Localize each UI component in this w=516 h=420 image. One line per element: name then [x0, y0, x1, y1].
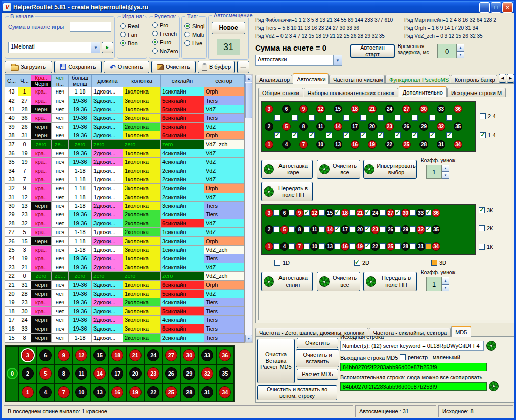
table-row[interactable]: 4128чернчет19-363дюжи...1колонка5сиклайн…	[5, 105, 244, 114]
grid-number-18[interactable]: 18	[351, 105, 359, 113]
grid-number-1[interactable]: 1	[265, 242, 273, 251]
grid-number-29[interactable]: 29	[419, 122, 428, 131]
md5-clear-paste-button[interactable]: Очистить и вставить	[296, 349, 339, 367]
bet-checkbox[interactable]	[334, 226, 340, 232]
bottom-tabs[interactable]: Частота - Zero, шансы, дюжины, колонкиЧа…	[255, 326, 514, 337]
autobet-split-button[interactable]: Автоставка сплит	[261, 272, 313, 291]
bet-checkbox[interactable]	[349, 243, 355, 249]
bet-checkbox[interactable]	[380, 226, 386, 232]
table-row[interactable]: 3831черннеч19-363дюжи...1колонка6сиклайн…	[5, 131, 244, 140]
clear-button[interactable]: Очистить	[151, 61, 196, 73]
grid-number-1[interactable]: 1	[265, 140, 273, 149]
invert-button[interactable]: Инвертировать выбор	[363, 160, 417, 179]
table-row[interactable]: 1830кра..чет19-363дюжи...3колонка5сиклай…	[5, 307, 244, 315]
bet-checkbox[interactable]	[349, 226, 355, 232]
board-cell-11[interactable]: 11	[73, 364, 91, 383]
grid-number-29[interactable]: 29	[401, 225, 410, 234]
grid-number-15[interactable]: 15	[325, 209, 334, 217]
table-row[interactable]: 329кра..неч1-181дюжи...3колонка2сиклайнO…	[5, 184, 244, 193]
grid-number-5[interactable]: 5	[282, 122, 291, 131]
bet-checkbox[interactable]	[304, 243, 310, 249]
grid-number-36[interactable]: 36	[454, 105, 462, 113]
bet-checkbox[interactable]	[289, 243, 295, 249]
board-cell-1[interactable]: 1	[19, 383, 37, 401]
bet-checkbox[interactable]	[273, 243, 279, 249]
table-row[interactable]: 2615черннеч1-182дюжи...3колонка3сиклайнO…	[5, 237, 244, 245]
tab-Анализатор[interactable]: Анализатор	[255, 75, 292, 84]
tab-Наборы пользовательских ставок[interactable]: Наборы пользовательских ставок	[304, 88, 398, 97]
delay-spinner[interactable]: 0 ▲▼	[437, 44, 464, 58]
board-cell-21[interactable]: 21	[126, 346, 145, 364]
grid-number-34[interactable]: 34	[454, 140, 462, 149]
board-cell-4[interactable]: 4	[37, 383, 55, 401]
table-row[interactable]: 275кра..неч1-181дюжи...2колонка1сиклайнV…	[5, 228, 244, 237]
board-cell-28[interactable]: 28	[180, 383, 199, 401]
coef-spinner-kare[interactable]: 1 ▲▼	[426, 165, 449, 179]
board-cell-34[interactable]: 34	[216, 383, 234, 401]
bet-checkbox[interactable]	[364, 210, 370, 216]
kare-grid[interactable]: 3691215182124273033362581114172023262932…	[261, 101, 476, 152]
scrollbar-thumb[interactable]	[245, 83, 252, 118]
autobet-kare-button[interactable]: Автоставка каре	[261, 160, 313, 179]
grid-number-35[interactable]: 35	[454, 122, 462, 131]
grid-number-2[interactable]: 2	[265, 122, 273, 131]
board-cell-10[interactable]: 10	[73, 383, 91, 401]
bet-checkbox[interactable]	[273, 226, 279, 232]
radio-nozero[interactable]: NoZero	[152, 46, 178, 55]
col-black[interactable]: Черн	[31, 81, 51, 87]
bet-checkbox[interactable]	[395, 132, 401, 138]
bet-checkbox[interactable]	[326, 115, 332, 121]
bet-checkbox[interactable]	[304, 210, 310, 216]
radio-pro[interactable]: Pro	[152, 21, 178, 29]
table-row[interactable]: 3619кра..неч19-362дюжи...1колонка4сиклай…	[5, 149, 244, 158]
table-header[interactable]: С... Ч... Кра.. Черн чет н... больш менш…	[5, 74, 245, 87]
table-row[interactable]: 1633черннеч19-363дюжи...3колонка6сиклайн…	[5, 324, 244, 333]
col-parity[interactable]: чет н...	[52, 75, 69, 87]
chevron-down-icon[interactable]: ▼	[333, 55, 342, 65]
scroll-up-icon[interactable]: ▲	[245, 75, 252, 82]
table-row[interactable]: 2832кра..чет19-363дюжи...2колонка6сиклай…	[5, 219, 244, 228]
table-row[interactable]: 220zeroze...zerozerozerozeroVdZ_zch	[5, 272, 244, 281]
spin-down-icon[interactable]: ▼	[457, 51, 464, 58]
table-row[interactable]: 2923кра..неч19-362дюжи...2колонка4сиклай…	[5, 210, 244, 219]
bet-checkbox[interactable]	[395, 115, 401, 121]
grid-number-18[interactable]: 18	[341, 209, 349, 217]
col-dozen[interactable]: дюжина	[92, 75, 123, 87]
bet-checkbox[interactable]	[309, 115, 315, 121]
grid-number-26[interactable]: 26	[386, 225, 395, 234]
tab-Общие ставки[interactable]: Общие ставки	[258, 88, 303, 97]
radio-french[interactable]: French	[152, 29, 178, 38]
table-row[interactable]: 3013черннеч1-182дюжи...1колонка3сиклайнT…	[5, 202, 244, 210]
radio-real[interactable]: Real	[120, 22, 139, 30]
table-row[interactable]: 431кра..неч1-181дюжи...1колонка1сиклайнO…	[5, 87, 244, 96]
grid-number-3[interactable]: 3	[265, 105, 273, 113]
bet-checkbox[interactable]	[395, 210, 401, 216]
bet-checkbox[interactable]	[343, 132, 349, 138]
grid-number-23[interactable]: 23	[371, 225, 380, 234]
grid-number-10[interactable]: 10	[310, 242, 319, 251]
grid-number-6[interactable]: 6	[280, 209, 289, 217]
checkbox-box[interactable]	[354, 260, 360, 266]
bet-checkbox[interactable]	[360, 132, 366, 138]
grid-number-10[interactable]: 10	[316, 140, 325, 149]
board-cell-7[interactable]: 7	[55, 383, 73, 401]
grid-number-8[interactable]: 8	[299, 122, 308, 131]
col-red[interactable]: Кра..	[31, 75, 51, 81]
grid-number-3[interactable]: 3	[265, 209, 273, 217]
sub-tabs[interactable]: Общие ставкиНаборы пользовательских став…	[258, 86, 511, 97]
grid-number-15[interactable]: 15	[334, 105, 342, 113]
grid-number-20[interactable]: 20	[356, 225, 364, 234]
col-column[interactable]: колонка	[123, 75, 161, 87]
grid-number-13[interactable]: 13	[334, 140, 342, 149]
spin-down-icon[interactable]: ▼	[442, 172, 449, 179]
close-button[interactable]: ×	[502, 2, 513, 13]
bet-checkbox[interactable]	[395, 226, 401, 232]
bet-checkbox[interactable]	[425, 243, 431, 249]
table-row[interactable]: 4227кра..неч19-363дюжи...3колонка5сиклай…	[5, 96, 244, 105]
grid-number-11[interactable]: 11	[310, 225, 319, 234]
board-cell-29[interactable]: 29	[180, 364, 199, 383]
checkbox-1-4[interactable]: 1-4	[480, 132, 496, 138]
spin-up-icon[interactable]: ▲	[442, 277, 449, 284]
checkbox-box[interactable]	[400, 354, 406, 360]
checkbox-2-4[interactable]: 2-4	[480, 113, 496, 119]
